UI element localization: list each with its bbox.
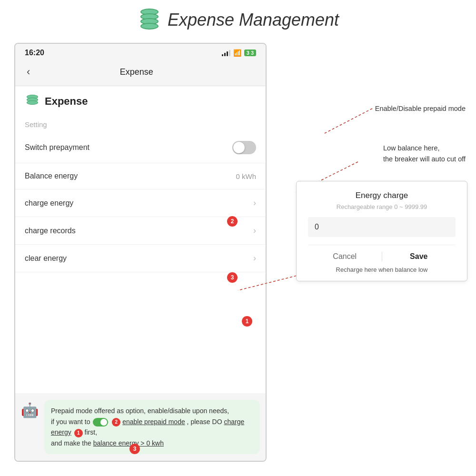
annotation-2-toggle: 2 (227, 216, 238, 227)
dialog-buttons: Cancel Save (308, 245, 456, 261)
annotation-low-balance: Low balance here, the breaker will auto … (383, 143, 466, 165)
low-balance-text-1: Low balance here, (383, 144, 440, 152)
dialog-title: Energy charge (308, 191, 456, 200)
page-title: Expense Management (168, 10, 339, 30)
robot-icon: 🤖 (21, 402, 39, 418)
balance-energy-value: 0 kWh (236, 172, 256, 180)
status-time: 16:20 (25, 49, 44, 57)
battery-icon: 3 3 (244, 50, 256, 56)
clear-energy-chevron: › (253, 253, 256, 263)
dialog-note: Recharge here when balance low (308, 266, 456, 273)
list-item-clear-energy[interactable]: clear energy › (15, 245, 266, 272)
balance-energy-label: Balance energy (25, 172, 78, 180)
coins-icon (137, 9, 162, 31)
setting-label: Setting (15, 113, 266, 132)
switch-prepayment-label: Switch prepayment (25, 143, 89, 152)
info-text-2: if you want to (51, 418, 90, 426)
info-bubble: Prepaid mode offered as option, enable/d… (44, 400, 260, 454)
charge-energy-label: charge energy (25, 199, 73, 208)
list-item-charge-energy[interactable]: charge energy › (15, 189, 266, 217)
page-header: Expense Management (0, 0, 476, 38)
info-text-4: , please DO (187, 418, 222, 426)
charge-records-chevron: › (253, 226, 256, 236)
clear-energy-label: clear energy (25, 254, 67, 263)
nav-bar: ‹ Expense (15, 60, 266, 86)
charge-records-label: charge records (25, 227, 76, 235)
energy-charge-dialog: Energy charge Rechargeable range 0 ~ 999… (296, 181, 467, 281)
annotation-3-bottom: 3 (129, 444, 140, 454)
info-text-8: balance energy > 0 kwh (93, 439, 164, 447)
list-item-switch-prepayment[interactable]: Switch prepayment (15, 132, 266, 163)
nav-title: Expense (34, 67, 239, 77)
dialog-cancel-button[interactable]: Cancel (308, 252, 382, 261)
expense-coins-icon (25, 95, 40, 108)
info-toggle-inline (93, 418, 108, 426)
dialog-subtitle: Rechargeable range 0 ~ 9999.99 (308, 203, 456, 210)
wifi-icon: 📶 (233, 49, 241, 57)
annotation-1-inline: 1 (74, 429, 83, 437)
svg-line-0 (325, 109, 372, 133)
annotation-3-balance: 3 (227, 272, 238, 283)
info-text-7: and make the (51, 439, 91, 447)
low-balance-text-2: the breaker will auto cut off (383, 155, 466, 163)
expense-title: Expense (45, 95, 88, 108)
dialog-save-button[interactable]: Save (382, 252, 456, 261)
annotation-2-inline: 2 (112, 418, 120, 426)
status-bar: 16:20 📶 3 3 (15, 44, 266, 60)
switch-prepayment-toggle-area (232, 141, 256, 154)
energy-input[interactable] (308, 217, 456, 237)
phone-frame: 16:20 📶 3 3 ‹ Expense Expense (14, 43, 267, 462)
charge-energy-chevron: › (253, 198, 256, 208)
info-text-1: Prepaid mode offered as option, enable/d… (51, 407, 229, 415)
annotation-1-charge: 1 (242, 316, 252, 327)
toggle-thumb (233, 142, 245, 153)
prepayment-toggle[interactable] (232, 141, 256, 154)
list-item-balance-energy: Balance energy 0 kWh (15, 163, 266, 189)
signal-icon (222, 50, 230, 56)
info-text-6: first, (85, 428, 97, 436)
bottom-info-box: 🤖 Prepaid mode offered as option, enable… (15, 393, 266, 461)
status-icons: 📶 3 3 (222, 49, 256, 57)
back-button[interactable]: ‹ (23, 64, 34, 80)
info-text-3: enable prepaid mode (122, 418, 185, 426)
expense-header: Expense (15, 86, 266, 113)
balance-energy-value-area: 0 kWh (236, 172, 256, 180)
annotation-enable-disable: Enable/Disable prepaid mode (375, 105, 466, 112)
